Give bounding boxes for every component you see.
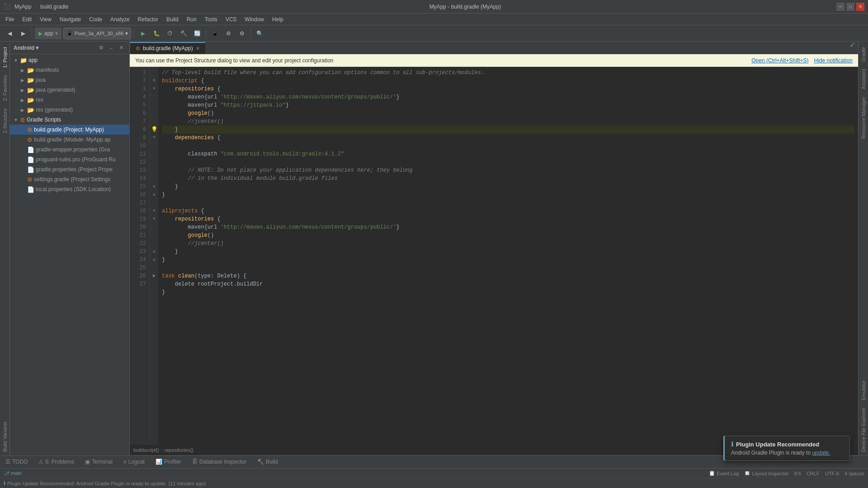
build-gradle-module-icon: ⚙ bbox=[27, 136, 33, 143]
tree-item-gradle-wrapper[interactable]: 📄 gradle-wrapper.properties (Gra bbox=[10, 145, 129, 155]
indent-settings[interactable]: 4 spaces bbox=[844, 471, 864, 476]
java-gen-icon: 📂 bbox=[27, 87, 34, 94]
expand-arrow-java: ▶ bbox=[21, 78, 26, 83]
line-endings[interactable]: CRLF bbox=[807, 471, 820, 476]
tree-item-res-generated[interactable]: ▶ 📂 res (generated) bbox=[10, 105, 129, 115]
tree-item-proguard[interactable]: 📄 proguard-rules.pro (ProGuard Ru bbox=[10, 155, 129, 164]
database-inspector-tab[interactable]: 🗄 Database Inspector bbox=[190, 456, 248, 468]
code-line-12 bbox=[162, 158, 854, 166]
code-editor[interactable]: 12345 678910 1112131415 1617181920 21222… bbox=[130, 67, 858, 445]
todo-tab[interactable]: ☰ TODO bbox=[4, 456, 29, 468]
res-gen-icon: 📂 bbox=[27, 107, 34, 113]
close-button[interactable]: ✕ bbox=[856, 3, 864, 11]
build-gradle-tab[interactable]: ⚙ build.gradle (MyApp) ✕ bbox=[130, 42, 205, 54]
sdk-button[interactable]: ⚙ bbox=[222, 28, 234, 39]
menu-file[interactable]: File bbox=[2, 15, 18, 23]
tree-item-app[interactable]: ▼ 📁 app bbox=[10, 55, 129, 65]
encoding[interactable]: UTF-8 bbox=[825, 471, 839, 476]
tree-item-java[interactable]: ▶ 📂 java bbox=[10, 75, 129, 85]
panel-settings-button[interactable]: ⚙ bbox=[97, 43, 106, 52]
logcat-tab[interactable]: ≡ Logcat bbox=[122, 456, 146, 468]
menu-run[interactable]: Run bbox=[183, 15, 200, 23]
menu-refactor[interactable]: Refactor bbox=[134, 15, 162, 23]
notification-text: You can use the Project Structure dialog… bbox=[135, 57, 334, 64]
menu-vcs[interactable]: VCS bbox=[222, 15, 241, 23]
build-button[interactable]: 🔨 bbox=[178, 28, 189, 39]
menu-view[interactable]: View bbox=[36, 15, 55, 23]
tree-item-manifests[interactable]: ▶ 📂 manifests bbox=[10, 65, 129, 75]
profile-button[interactable]: ⏱ bbox=[164, 28, 176, 39]
menu-window[interactable]: Window bbox=[241, 15, 268, 23]
breadcrumb-repositories[interactable]: repositories{} bbox=[165, 447, 193, 453]
assistant-tab[interactable]: Assistant bbox=[859, 66, 868, 93]
gradle-scripts-icon: ⚙ bbox=[20, 117, 25, 123]
todo-icon: ☰ bbox=[5, 459, 10, 465]
plugin-update-link[interactable]: update. bbox=[812, 450, 830, 456]
fold-marker-2: ▼ bbox=[153, 77, 156, 85]
tree-item-settings-gradle[interactable]: ⚙ settings.gradle (Project Settings bbox=[10, 174, 129, 184]
code-line-6: google() bbox=[162, 109, 854, 117]
sync-button[interactable]: 🔄 bbox=[191, 28, 203, 39]
code-line-17 bbox=[162, 199, 854, 207]
layout-inspector-button[interactable]: 🔲 Layout Inspector bbox=[744, 470, 788, 476]
tree-item-local-props[interactable]: 📄 local.properties (SDK Location) bbox=[10, 184, 129, 194]
device-file-explorer-tab[interactable]: Device File Explorer bbox=[859, 404, 868, 455]
nav-forward-button[interactable]: ▶ bbox=[17, 28, 29, 39]
nav-back-button[interactable]: ◀ bbox=[4, 28, 15, 39]
profiler-tab[interactable]: 📊 Profiler bbox=[154, 456, 183, 468]
maximize-button[interactable]: □ bbox=[846, 3, 854, 11]
app-folder-icon: 📁 bbox=[20, 57, 27, 64]
menu-analyze[interactable]: Analyze bbox=[107, 15, 133, 23]
project-tab[interactable]: 1: Project bbox=[0, 43, 9, 71]
fold-marker-23: ▲ bbox=[153, 248, 156, 256]
code-markers: ▼ ▼ 💡 ▼ ▲ ▲ ▼ ▼ ▲ bbox=[150, 67, 158, 445]
run-config-dropdown[interactable]: ▶ app ▾ bbox=[35, 28, 61, 39]
tree-item-gradle-scripts[interactable]: ▼ ⚙ Gradle Scripts bbox=[10, 115, 129, 125]
build-variants-tab[interactable]: Build Variants bbox=[0, 418, 9, 455]
favorites-tab[interactable]: 2: Favorites bbox=[0, 71, 9, 104]
tree-item-java-generated[interactable]: ▶ 📂 java (generated) bbox=[10, 85, 129, 95]
build-tab[interactable]: 🔨 Build bbox=[255, 456, 280, 468]
terminal-tab[interactable]: ▣ Terminal bbox=[83, 456, 114, 468]
gradle-tab[interactable]: Gradle bbox=[859, 43, 868, 66]
menu-navigate[interactable]: Navigate bbox=[56, 15, 85, 23]
device-dropdown[interactable]: 📱 Pixel_3a_API_30_x86 ▾ bbox=[63, 28, 131, 39]
settings-button[interactable]: ⚙ bbox=[236, 28, 248, 39]
run-button[interactable]: ▶ bbox=[137, 28, 149, 39]
build-gradle-project-icon: ⚙ bbox=[27, 127, 33, 133]
tab-close-button[interactable]: ✕ bbox=[196, 46, 200, 52]
resource-manager-tab[interactable]: Resource Manager bbox=[859, 93, 868, 143]
problems-tab[interactable]: ⚠ 6: Problems bbox=[37, 456, 76, 468]
event-log-button[interactable]: 📋 Event Log bbox=[709, 470, 739, 476]
tree-item-build-gradle-project[interactable]: ⚙ build.gradle (Project: MyApp) bbox=[10, 125, 129, 135]
expand-arrow-java-gen: ▶ bbox=[21, 88, 26, 93]
toolbar: ◀ ▶ ▶ app ▾ 📱 Pixel_3a_API_30_x86 ▾ ▶ 🐛 … bbox=[0, 25, 868, 42]
tree-item-build-gradle-module[interactable]: ⚙ build.gradle (Module: MyApp.ap bbox=[10, 135, 129, 145]
menu-code[interactable]: Code bbox=[85, 15, 106, 23]
tree-item-gradle-props[interactable]: 📄 gradle.properties (Project Prope bbox=[10, 164, 129, 174]
status-bar: ⎇ main 📋 Event Log 🔲 Layout Inspector 8:… bbox=[0, 468, 868, 478]
java-icon: 📂 bbox=[27, 77, 34, 84]
minimize-button[interactable]: ─ bbox=[836, 3, 844, 11]
menu-edit[interactable]: Edit bbox=[19, 15, 35, 23]
avd-button[interactable]: 📱 bbox=[209, 28, 221, 39]
emulator-tab[interactable]: Emulator bbox=[859, 377, 868, 404]
breadcrumb-buildscript[interactable]: buildscript{} bbox=[133, 447, 159, 453]
code-line-9: dependencies { bbox=[162, 134, 854, 142]
structure-tab[interactable]: Z-Structure bbox=[0, 105, 9, 137]
editor-area: ⚙ build.gradle (MyApp) ✕ You can use the… bbox=[130, 42, 858, 455]
warn-marker-8: 💡 bbox=[151, 126, 158, 134]
panel-close-button[interactable]: ✕ bbox=[117, 43, 126, 52]
tree-item-res[interactable]: ▶ 📂 res bbox=[10, 95, 129, 105]
debug-button[interactable]: 🐛 bbox=[151, 28, 162, 39]
menu-build[interactable]: Build bbox=[163, 15, 182, 23]
project-panel: Android ▾ ⚙ – ✕ ▼ 📁 app ▶ 📂 manifests bbox=[10, 42, 130, 455]
search-button[interactable]: 🔍 bbox=[254, 28, 265, 39]
menu-help[interactable]: Help bbox=[269, 15, 287, 23]
code-line-7: //jcenter() bbox=[162, 117, 854, 126]
hide-notification-link[interactable]: Hide notification bbox=[814, 57, 853, 64]
open-project-structure-link[interactable]: Open (Ctrl+Alt+Shift+S) bbox=[751, 57, 808, 64]
code-content[interactable]: // Top-level build file where you can ad… bbox=[158, 67, 858, 445]
panel-toggle-button[interactable]: – bbox=[107, 43, 116, 52]
menu-tools[interactable]: Tools bbox=[201, 15, 221, 23]
